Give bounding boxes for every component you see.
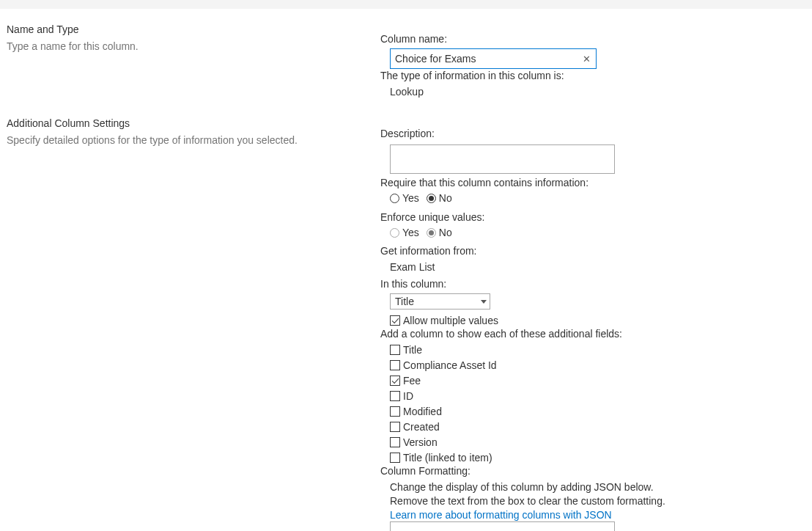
additional-field-checkbox[interactable]: [390, 391, 400, 401]
additional-fields-label: Add a column to show each of these addit…: [380, 327, 622, 340]
radio-label: Yes: [402, 227, 419, 238]
additional-field-row: Version: [390, 435, 622, 450]
additional-field-row: Title: [390, 343, 622, 357]
formatting-json-input[interactable]: [390, 521, 615, 531]
additional-field-checkbox[interactable]: [390, 360, 400, 370]
unique-radios: Yes No: [390, 227, 484, 238]
additional-field-label: Modified: [403, 406, 442, 417]
section-desc: Type a name for this column.: [7, 40, 358, 54]
allow-multiple-checkbox[interactable]: [390, 315, 400, 326]
additional-field-row: Compliance Asset Id: [390, 358, 622, 373]
group-formatting: Column Formatting: Change the display of…: [380, 464, 665, 522]
additional-fields-list: TitleCompliance Asset IdFeeIDModifiedCre…: [390, 343, 622, 465]
column-type-label: The type of information in this column i…: [380, 69, 564, 82]
formatting-learn-more-link[interactable]: Learn more about formatting columns with…: [390, 508, 665, 522]
additional-field-checkbox[interactable]: [390, 376, 400, 386]
unique-yes-radio[interactable]: Yes: [390, 227, 419, 238]
column-name-input-wrap: ✕: [390, 48, 597, 69]
additional-field-row: ID: [390, 389, 622, 403]
unique-label: Enforce unique values:: [380, 210, 484, 224]
description-input[interactable]: [390, 144, 615, 174]
top-bar: [0, 0, 812, 9]
additional-field-label: Title: [403, 344, 422, 356]
require-no-radio[interactable]: No: [427, 192, 452, 204]
additional-field-label: Fee: [403, 375, 421, 387]
radio-label: No: [439, 227, 452, 238]
additional-field-label: Version: [403, 436, 438, 448]
additional-field-checkbox[interactable]: [390, 345, 400, 355]
group-formatting-textarea: [390, 521, 615, 531]
require-yes-radio[interactable]: Yes: [390, 192, 419, 204]
group-unique: Enforce unique values: Yes No: [380, 210, 484, 238]
section-name-and-type: Name and Type Type a name for this colum…: [7, 23, 358, 54]
source-label: Get information from:: [380, 244, 477, 257]
additional-field-label: Compliance Asset Id: [403, 359, 497, 371]
in-column-label: In this column:: [380, 277, 498, 290]
additional-field-label: ID: [403, 390, 413, 402]
formatting-desc-line2: Remove the text from the box to clear th…: [390, 494, 665, 508]
allow-multiple-label: Allow multiple values: [403, 315, 498, 326]
column-name-input[interactable]: [390, 48, 597, 69]
additional-field-row: Fee: [390, 373, 622, 388]
additional-field-row: Modified: [390, 404, 622, 419]
source-value: Exam List: [390, 261, 477, 273]
section-additional-settings: Additional Column Settings Specify detai…: [7, 117, 358, 147]
additional-field-checkbox[interactable]: [390, 437, 400, 447]
column-name-label: Column name:: [380, 32, 597, 45]
additional-field-checkbox[interactable]: [390, 406, 400, 417]
group-column-name: Column name: ✕: [380, 32, 597, 69]
additional-field-checkbox[interactable]: [390, 422, 400, 432]
group-source: Get information from: Exam List: [380, 244, 477, 273]
group-additional-fields: Add a column to show each of these addit…: [380, 327, 622, 465]
group-in-column: In this column: Title Allow multiple val…: [380, 277, 498, 328]
require-radios: Yes No: [390, 192, 588, 204]
column-type-value: Lookup: [390, 86, 564, 98]
description-label: Description:: [380, 127, 615, 140]
formatting-label: Column Formatting:: [380, 464, 665, 477]
additional-field-label: Title (linked to item): [403, 452, 492, 464]
additional-field-row: Created: [390, 420, 622, 434]
section-title: Additional Column Settings: [7, 117, 358, 129]
allow-multiple-row: Allow multiple values: [390, 313, 498, 328]
additional-field-row: Title (linked to item): [390, 450, 622, 465]
require-label: Require that this column contains inform…: [380, 176, 588, 189]
section-desc: Specify detailed options for the type of…: [7, 133, 358, 147]
in-column-select[interactable]: Title: [390, 293, 490, 310]
section-title: Name and Type: [7, 23, 358, 35]
chevron-down-icon: [481, 300, 487, 304]
radio-label: Yes: [402, 192, 419, 204]
select-value: Title: [395, 296, 414, 307]
radio-label: No: [439, 192, 452, 204]
group-column-type: The type of information in this column i…: [380, 69, 564, 98]
unique-no-radio[interactable]: No: [427, 227, 452, 238]
clear-input-icon[interactable]: ✕: [580, 53, 592, 65]
group-require: Require that this column contains inform…: [380, 176, 588, 204]
formatting-desc-line1: Change the display of this column by add…: [390, 480, 665, 494]
additional-field-checkbox[interactable]: [390, 453, 400, 463]
group-description: Description:: [380, 127, 615, 176]
additional-field-label: Created: [403, 421, 440, 433]
